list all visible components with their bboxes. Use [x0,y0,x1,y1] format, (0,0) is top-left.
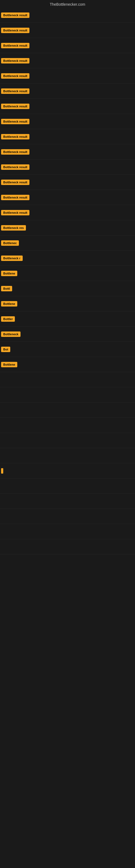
list-item: Bottleneck result [0,205,135,220]
list-item: Bottleneck result [0,144,135,159]
bottleneck-badge: Bottleneck result [1,180,30,185]
list-item [0,524,135,539]
list-item [0,494,135,509]
list-item: Bottl [0,281,135,296]
list-item: Bottleneck result [0,175,135,190]
bottleneck-badge: Bottl [1,286,12,291]
list-item [0,418,135,433]
bottleneck-badge: Bottler [1,316,15,322]
list-item [0,539,135,554]
list-item: Bottleneck result [0,38,135,53]
bottleneck-badge: Bottlene [1,362,17,367]
list-item: Bottlene [0,357,135,372]
list-item: Bottlene [0,296,135,311]
list-item [0,388,135,403]
bottleneck-badge: Bot [1,347,10,352]
list-item [0,433,135,448]
bottleneck-badge: Bottleneck [1,332,20,337]
bottleneck-badge: Bottleneck result [1,210,30,215]
list-item: Bottleneck result [0,159,135,175]
bottleneck-badge: Bottleneck result [1,195,30,200]
bottleneck-badge: Bottlene [1,301,17,307]
list-item [0,372,135,388]
list-item: Bottler [0,311,135,327]
bottleneck-badge: Bottleneck result [1,12,30,18]
list-item: Bottleneck [0,327,135,342]
list-item: Bottleneck result [0,129,135,144]
bottleneck-badge: Bottleneck result [1,58,30,63]
bottleneck-badge: Bottleneck result [1,119,30,124]
list-item [0,403,135,418]
list-item: Bot [0,342,135,357]
site-header: TheBottlenecker.com [0,0,135,8]
list-item [0,509,135,524]
list-item: Bottleneck result [0,84,135,99]
site-title: TheBottlenecker.com [50,2,85,6]
bottleneck-badge: Bottleneck result [1,149,30,155]
list-item: Bottleneck result [0,8,135,23]
bottleneck-badge: Bottleneck result [1,43,30,48]
bottleneck-badge: Bottleneck res [1,225,26,230]
list-item: Bottleneck result [0,68,135,84]
bottleneck-badge-tiny [1,468,3,474]
bottleneck-badge: Bottleneck r [1,255,23,261]
list-item: Bottleneck result [0,53,135,68]
bottleneck-badge: Bottleneck result [1,73,30,79]
list-item [0,463,135,478]
bottleneck-badge: Bottleneck result [1,104,30,109]
list-item: Bottlenec [0,236,135,251]
bottleneck-badge: Bottleneck result [1,164,30,170]
list-item: Bottleneck result [0,114,135,129]
list-item: Bottleneck result [0,190,135,205]
bottleneck-badge: Bottleneck result [1,134,30,140]
bottleneck-badge: Bottleneck result [1,28,30,33]
list-item [0,478,135,494]
bottleneck-badge: Bottlenec [1,240,19,246]
rows-container: Bottleneck resultBottleneck resultBottle… [0,8,135,554]
list-item [0,448,135,463]
list-item: Bottleneck result [0,23,135,38]
bottleneck-badge: Bottleneck result [1,88,30,94]
list-item: Bottleneck result [0,99,135,114]
list-item: Bottlene [0,266,135,281]
list-item: Bottleneck res [0,220,135,236]
bottleneck-badge: Bottlene [1,271,17,276]
list-item: Bottleneck r [0,251,135,266]
